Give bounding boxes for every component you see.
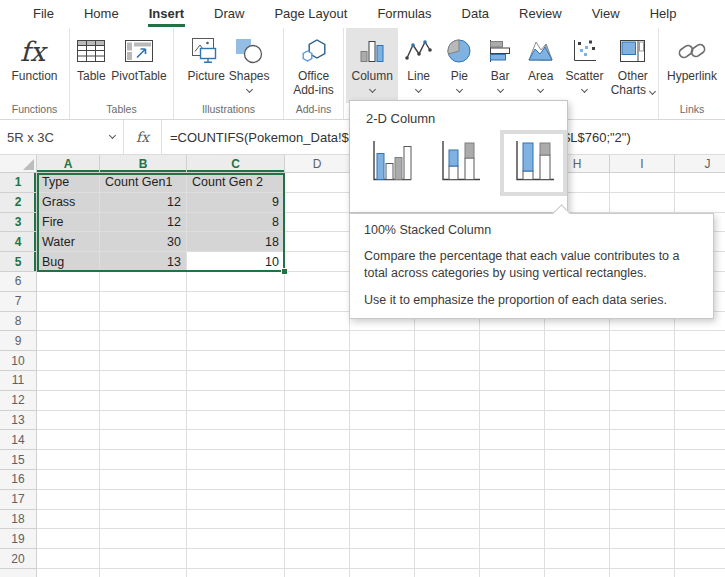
cell-J20[interactable] (675, 549, 725, 569)
cell-B16[interactable] (100, 470, 187, 490)
cell-C9[interactable] (187, 331, 285, 351)
bar-chart-button[interactable]: Bar (480, 28, 521, 96)
cell-A17[interactable] (37, 490, 100, 510)
cell-C13[interactable] (187, 411, 285, 431)
cell-B8[interactable] (100, 312, 187, 332)
cell-B19[interactable] (100, 529, 187, 549)
cell-J21[interactable] (675, 569, 725, 577)
row-header-4[interactable]: 4 (0, 232, 37, 252)
cell-D5[interactable] (285, 252, 350, 272)
cell-C10[interactable] (187, 351, 285, 371)
cell-C6[interactable] (187, 272, 285, 292)
cell-B10[interactable] (100, 351, 187, 371)
cell-C21[interactable] (187, 569, 285, 577)
cell-H9[interactable] (545, 331, 610, 351)
cell-I12[interactable] (610, 391, 675, 411)
cell-F12[interactable] (415, 391, 480, 411)
cell-E9[interactable] (350, 331, 415, 351)
menu-draw[interactable]: Draw (199, 0, 259, 28)
cell-F15[interactable] (415, 450, 480, 470)
column-header-J[interactable]: J (675, 155, 725, 173)
menu-file[interactable]: File (18, 0, 69, 28)
name-box[interactable]: 5R x 3C (0, 120, 124, 154)
cell-F10[interactable] (415, 351, 480, 371)
row-header-3[interactable]: 3 (0, 213, 37, 233)
cell-D18[interactable] (285, 510, 350, 530)
fill-handle[interactable] (281, 268, 288, 275)
function-button[interactable]: fx Function (11, 28, 57, 83)
row-header-11[interactable]: 11 (0, 371, 37, 391)
cell-A19[interactable] (37, 529, 100, 549)
cell-E17[interactable] (350, 490, 415, 510)
cell-I11[interactable] (610, 371, 675, 391)
cell-A4[interactable]: Water (37, 232, 100, 252)
cell-F11[interactable] (415, 371, 480, 391)
cell-I16[interactable] (610, 470, 675, 490)
cell-F14[interactable] (415, 430, 480, 450)
cell-A6[interactable] (37, 272, 100, 292)
cell-E15[interactable] (350, 450, 415, 470)
cell-G21[interactable] (480, 569, 545, 577)
cell-B13[interactable] (100, 411, 187, 431)
cell-H17[interactable] (545, 490, 610, 510)
cell-H12[interactable] (545, 391, 610, 411)
menu-home[interactable]: Home (69, 0, 134, 28)
column-header-I[interactable]: I (610, 155, 675, 173)
row-header-7[interactable]: 7 (0, 292, 37, 312)
cell-B18[interactable] (100, 510, 187, 530)
cell-B7[interactable] (100, 292, 187, 312)
cell-G17[interactable] (480, 490, 545, 510)
cell-G13[interactable] (480, 411, 545, 431)
cell-G16[interactable] (480, 470, 545, 490)
row-header-9[interactable]: 9 (0, 331, 37, 351)
cell-E12[interactable] (350, 391, 415, 411)
column-header-A[interactable]: A (37, 155, 100, 173)
cell-A7[interactable] (37, 292, 100, 312)
menu-view[interactable]: View (577, 0, 635, 28)
cell-D14[interactable] (285, 430, 350, 450)
cell-F13[interactable] (415, 411, 480, 431)
cell-A14[interactable] (37, 430, 100, 450)
cell-G15[interactable] (480, 450, 545, 470)
cell-C17[interactable] (187, 490, 285, 510)
cell-J10[interactable] (675, 351, 725, 371)
cell-D15[interactable] (285, 450, 350, 470)
cell-F19[interactable] (415, 529, 480, 549)
cell-A15[interactable] (37, 450, 100, 470)
cell-A21[interactable] (37, 569, 100, 577)
option-100-stacked-column[interactable] (500, 130, 567, 196)
menu-data[interactable]: Data (447, 0, 504, 28)
cell-D13[interactable] (285, 411, 350, 431)
cell-C16[interactable] (187, 470, 285, 490)
cell-C4[interactable]: 18 (187, 232, 285, 252)
cell-E10[interactable] (350, 351, 415, 371)
cell-B11[interactable] (100, 371, 187, 391)
cell-B6[interactable] (100, 272, 187, 292)
cell-B12[interactable] (100, 391, 187, 411)
cell-B1[interactable]: Count Gen1 (100, 173, 187, 193)
cell-A9[interactable] (37, 331, 100, 351)
row-header-15[interactable]: 15 (0, 450, 37, 470)
row-header-20[interactable]: 20 (0, 549, 37, 569)
cell-D1[interactable] (285, 173, 350, 193)
cell-G18[interactable] (480, 510, 545, 530)
cell-F17[interactable] (415, 490, 480, 510)
cell-C18[interactable] (187, 510, 285, 530)
cell-C1[interactable]: Count Gen 2 (187, 173, 285, 193)
cell-J12[interactable] (675, 391, 725, 411)
cell-H18[interactable] (545, 510, 610, 530)
cell-A10[interactable] (37, 351, 100, 371)
cell-D4[interactable] (285, 232, 350, 252)
picture-button[interactable]: Picture (187, 28, 224, 83)
cell-G12[interactable] (480, 391, 545, 411)
cell-B20[interactable] (100, 549, 187, 569)
row-header-21[interactable] (0, 569, 37, 577)
cell-B2[interactable]: 12 (100, 193, 187, 213)
row-header-16[interactable]: 16 (0, 470, 37, 490)
cell-I14[interactable] (610, 430, 675, 450)
option-stacked-column[interactable] (431, 134, 488, 192)
menu-review[interactable]: Review (504, 0, 577, 28)
cell-H10[interactable] (545, 351, 610, 371)
cell-A5[interactable]: Bug (37, 252, 100, 272)
cell-J14[interactable] (675, 430, 725, 450)
